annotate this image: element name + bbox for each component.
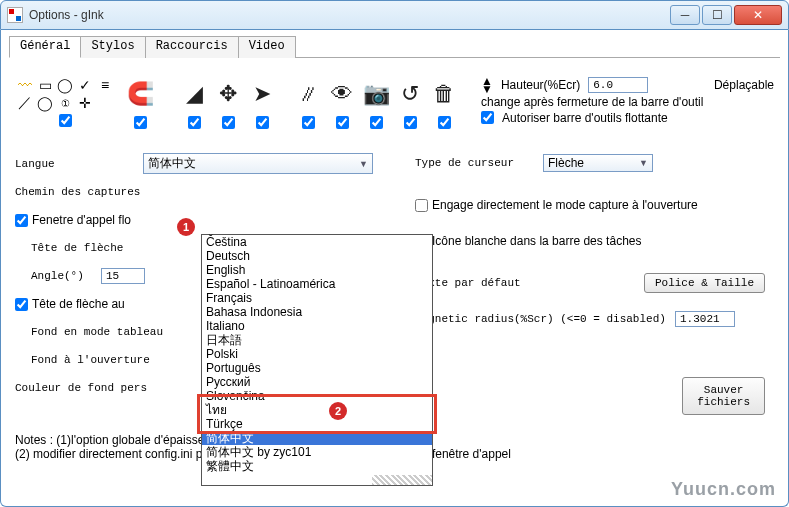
- tab-raccourcis[interactable]: Raccourcis: [145, 36, 239, 58]
- angle-input[interactable]: [101, 268, 145, 284]
- pens-checkbox[interactable]: [59, 114, 72, 127]
- langue-value: 简体中文: [148, 155, 196, 172]
- circle-icon: ◯: [35, 94, 55, 112]
- tete-au-checkbox[interactable]: [15, 298, 28, 311]
- curseur-value: Flèche: [548, 156, 584, 170]
- langue-option[interactable]: Čeština: [202, 235, 432, 249]
- annotation-marker-2: 2: [329, 402, 347, 420]
- close-button[interactable]: ✕: [734, 5, 782, 25]
- langue-option[interactable]: 日本語: [202, 333, 432, 347]
- pens-grid-icon: 〰 ▭ ◯ ✓ ≡ ／ ◯ ① ✛: [15, 76, 115, 112]
- dropdown-resizer[interactable]: [372, 475, 432, 485]
- curseur-combo[interactable]: Flèche ▼: [543, 154, 653, 172]
- fenetre-checkbox[interactable]: [15, 214, 28, 227]
- langue-option[interactable]: Español - Latinoamérica: [202, 277, 432, 291]
- tab-general[interactable]: Général: [9, 36, 81, 58]
- chevron-down-icon: ▼: [639, 158, 648, 168]
- toolbar-row: 〰 ▭ ◯ ✓ ≡ ／ ◯ ① ✛ 🧲: [15, 74, 774, 129]
- engage-checkbox[interactable]: [415, 199, 428, 212]
- eraser-checkbox[interactable]: [188, 116, 201, 129]
- camera-checkbox[interactable]: [370, 116, 383, 129]
- window-body: Général Stylos Raccourcis Video 〰 ▭ ◯ ✓ …: [0, 30, 789, 507]
- police-button[interactable]: Police & Taille: [644, 273, 765, 293]
- fenetre-label: Fenetre d'appel flo: [32, 213, 131, 227]
- slash-icon: ／: [15, 94, 35, 112]
- langue-option[interactable]: Bahasa Indonesia: [202, 305, 432, 319]
- annotation-marker-1: 1: [177, 218, 195, 236]
- cursor-checkbox[interactable]: [256, 116, 269, 129]
- langue-option[interactable]: 简体中文 by zyc101: [202, 445, 432, 459]
- eraser-group: ◢ ✥ ➤: [177, 74, 279, 129]
- langue-option[interactable]: Français: [202, 291, 432, 305]
- ellipse-icon: ◯: [55, 76, 75, 94]
- magnet-icon: 🧲: [123, 77, 157, 111]
- trash-icon: 🗑: [427, 77, 461, 111]
- fond-ouverture-label: Fond à l'ouverture: [31, 354, 159, 366]
- autoriser-checkbox[interactable]: [481, 111, 494, 124]
- fond-tableau-label: Fond en mode tableau: [31, 326, 163, 338]
- langue-option[interactable]: Deutsch: [202, 249, 432, 263]
- langue-option[interactable]: Português: [202, 361, 432, 375]
- save-button[interactable]: Sauver fichiers: [682, 377, 765, 415]
- tete-label: Tête de flèche: [31, 242, 131, 254]
- chemin-label: Chemin des captures: [15, 186, 143, 198]
- magnetic-input[interactable]: [675, 311, 735, 327]
- number-icon: ①: [55, 94, 75, 112]
- engage-label: Engage directement le mode capture à l'o…: [432, 198, 698, 212]
- app-icon: [7, 7, 23, 23]
- camera-icon: 📷: [359, 77, 393, 111]
- langue-option[interactable]: Polski: [202, 347, 432, 361]
- langue-option[interactable]: Italiano: [202, 319, 432, 333]
- cursor-icon: ➤: [245, 77, 279, 111]
- hauteur-input[interactable]: [588, 77, 648, 93]
- maximize-button[interactable]: ☐: [702, 5, 732, 25]
- langue-option[interactable]: Русский: [202, 375, 432, 389]
- tab-video[interactable]: Video: [238, 36, 296, 58]
- icone-label: Icône blanche dans la barre des tâches: [432, 234, 641, 248]
- autoriser-label: Autoriser barre d'outils flottante: [502, 111, 668, 125]
- right-top-block: ▲▼ Hauteur(%Ecr) Déplaçable change après…: [481, 77, 774, 127]
- tete-au-label: Tête de flèche au: [32, 297, 125, 311]
- magnet-checkbox[interactable]: [134, 116, 147, 129]
- annotation-highlight-box: [197, 394, 437, 434]
- eye-icon: 👁: [325, 77, 359, 111]
- hatch-checkbox[interactable]: [302, 116, 315, 129]
- minimize-button[interactable]: ─: [670, 5, 700, 25]
- line-curve-icon: 〰: [15, 76, 35, 94]
- change-text: change après fermeture de la barre d'out…: [481, 95, 703, 109]
- move-checkbox[interactable]: [222, 116, 235, 129]
- deplacable-label: Déplaçable: [714, 78, 774, 92]
- tab-stylos[interactable]: Stylos: [80, 36, 145, 58]
- hatch-icon: ⫽: [291, 77, 325, 111]
- move-icon: ✥: [211, 77, 245, 111]
- pens-group: 〰 ▭ ◯ ✓ ≡ ／ ◯ ① ✛: [15, 76, 115, 127]
- undo-icon: ↺: [393, 77, 427, 111]
- magnetic-label: Magnetic radius(%Scr) (<=0 = disabled): [415, 313, 675, 325]
- langue-option[interactable]: English: [202, 263, 432, 277]
- langue-combo[interactable]: 简体中文 ▼: [143, 153, 373, 174]
- lines-icon: ≡: [95, 76, 115, 94]
- langue-dropdown[interactable]: ČeštinaDeutschEnglishEspañol - Latinoamé…: [201, 234, 433, 486]
- tools2-group: ⫽ 👁 📷 ↺ 🗑: [291, 74, 461, 129]
- tab-strip: Général Stylos Raccourcis Video: [9, 36, 780, 58]
- undo-checkbox[interactable]: [404, 116, 417, 129]
- right-column: Type de curseur Flèche ▼ Engage directem…: [415, 153, 765, 423]
- trash-checkbox[interactable]: [438, 116, 451, 129]
- eye-checkbox[interactable]: [336, 116, 349, 129]
- langue-label: Langue: [15, 158, 143, 170]
- couleur-fond-label: Couleur de fond pers: [15, 382, 165, 394]
- curseur-label: Type de curseur: [415, 157, 543, 169]
- chevron-down-icon: ▼: [359, 159, 368, 169]
- angle-label: Angle(°): [31, 270, 101, 282]
- texte-defaut-label: Texte par défaut: [415, 277, 543, 289]
- window-buttons: ─ ☐ ✕: [668, 5, 782, 25]
- magnet-group: 🧲: [115, 74, 165, 129]
- tab-content: 〰 ▭ ◯ ✓ ≡ ／ ◯ ① ✛ 🧲: [9, 58, 780, 471]
- updown-icon: ▲▼: [481, 77, 493, 93]
- target-icon: ✛: [75, 94, 95, 112]
- titlebar: Options - gInk ─ ☐ ✕: [0, 0, 789, 30]
- langue-option[interactable]: 繁體中文: [202, 459, 432, 473]
- blank-icon: [95, 94, 115, 112]
- rect-icon: ▭: [35, 76, 55, 94]
- watermark: Yuucn.com: [671, 479, 776, 500]
